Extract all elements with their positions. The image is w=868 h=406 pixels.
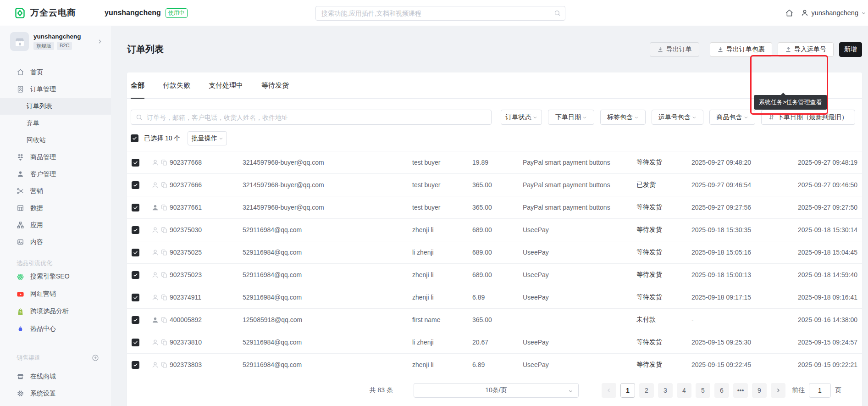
tab-payment-processing[interactable]: 支付处理中 bbox=[209, 72, 243, 98]
tab-payment-failed[interactable]: 付款失败 bbox=[163, 72, 190, 98]
table-row[interactable]: 902375023 529116984@qq.com zhenji li 689… bbox=[127, 264, 862, 286]
page-button-5[interactable]: 5 bbox=[696, 383, 710, 398]
table-row[interactable]: 400005892 125085918@qq.com first name 36… bbox=[127, 309, 862, 331]
order-number[interactable]: 902373803 bbox=[170, 361, 243, 368]
customer-email: 529116984@qq.com bbox=[243, 361, 412, 368]
sidebar-item-system-settings[interactable]: 系统设置 bbox=[0, 385, 111, 402]
goto-page-input[interactable] bbox=[809, 383, 831, 398]
sidebar-item-order-list[interactable]: 订单列表 bbox=[0, 98, 111, 115]
order-number[interactable]: 902375025 bbox=[170, 249, 243, 256]
chevron-down-icon bbox=[861, 11, 866, 16]
copy-icon[interactable] bbox=[160, 271, 168, 278]
user-menu[interactable]: yunshangcheng bbox=[801, 9, 866, 17]
order-search-input[interactable] bbox=[131, 110, 492, 125]
select-all-checkbox[interactable] bbox=[131, 134, 138, 142]
copy-icon[interactable] bbox=[160, 361, 168, 368]
export-orders-button[interactable]: 导出订单 bbox=[650, 42, 699, 57]
order-number[interactable]: 902375023 bbox=[170, 271, 243, 278]
sidebar-item-influencer-marketing[interactable]: 网红营销 bbox=[0, 285, 111, 303]
brand[interactable]: 万全云电商 bbox=[0, 7, 105, 19]
add-new-button[interactable]: 新增 bbox=[839, 42, 862, 57]
row-checkbox[interactable] bbox=[132, 271, 139, 279]
check-icon bbox=[133, 160, 138, 165]
sidebar-item-seo[interactable]: 搜索引擎SEO bbox=[0, 268, 111, 285]
sidebar-item-abandoned-orders[interactable]: 弃单 bbox=[0, 115, 111, 132]
row-checkbox[interactable] bbox=[132, 339, 139, 346]
copy-icon[interactable] bbox=[160, 316, 168, 323]
sidebar-item-data[interactable]: 数据 bbox=[0, 200, 111, 217]
order-number[interactable]: 902377668 bbox=[170, 159, 243, 166]
copy-icon[interactable] bbox=[160, 226, 168, 234]
sort-button[interactable]: 下单日期（最新到最旧） bbox=[761, 110, 855, 125]
filter-product[interactable]: 商品包含 bbox=[709, 110, 755, 125]
sidebar-item-order-management[interactable]: 订单管理 bbox=[0, 81, 111, 98]
table-row[interactable]: 902375030 529116984@qq.com zhenji li 689… bbox=[127, 219, 862, 241]
row-checkbox[interactable] bbox=[132, 316, 139, 324]
import-tracking-button[interactable]: 导入运单号 bbox=[778, 42, 834, 57]
sidebar-item-recycle-bin[interactable]: 回收站 bbox=[0, 132, 111, 149]
page-button-2[interactable]: 2 bbox=[639, 383, 654, 398]
row-checkbox[interactable] bbox=[132, 204, 139, 211]
table-row[interactable]: 902375025 529116984@qq.com li zhenji 689… bbox=[127, 241, 862, 264]
top-search-input[interactable] bbox=[315, 6, 565, 21]
row-checkbox[interactable] bbox=[132, 294, 139, 301]
row-checkbox[interactable] bbox=[132, 226, 139, 234]
copy-icon[interactable] bbox=[160, 249, 168, 256]
paid-time: 2025-09-18 15:05:16 bbox=[691, 249, 774, 256]
filter-order-status[interactable]: 订单状态 bbox=[501, 110, 542, 125]
next-page-button[interactable] bbox=[771, 383, 785, 398]
add-channel-icon[interactable] bbox=[92, 354, 99, 362]
bulk-actions-button[interactable]: 批量操作 bbox=[188, 131, 227, 145]
customer-name: test buyer bbox=[412, 204, 472, 211]
copy-icon[interactable] bbox=[160, 159, 168, 166]
row-checkbox[interactable] bbox=[132, 159, 139, 167]
export-packages-button[interactable]: 导出订单包裹 bbox=[710, 42, 772, 57]
page-size-select[interactable]: 10条/页 bbox=[414, 383, 579, 398]
filter-order-date[interactable]: 下单日期 bbox=[548, 110, 594, 125]
row-checkbox[interactable] bbox=[132, 181, 139, 189]
table-row[interactable]: 902377666 3214597968-buyer@qq.com test b… bbox=[127, 174, 862, 196]
sidebar-item-content[interactable]: 内容 bbox=[0, 234, 111, 250]
customer-name: li zhenji bbox=[412, 339, 472, 346]
chevron-down-icon bbox=[568, 389, 573, 394]
order-number[interactable]: 902375030 bbox=[170, 226, 243, 234]
order-number[interactable]: 902373810 bbox=[170, 339, 243, 346]
sidebar-item-customer-management[interactable]: 客户管理 bbox=[0, 166, 111, 183]
copy-icon[interactable] bbox=[160, 339, 168, 346]
page-button-6[interactable]: 6 bbox=[714, 383, 729, 398]
page-button-9[interactable]: 9 bbox=[752, 383, 767, 398]
order-number[interactable]: 902377661 bbox=[170, 204, 243, 211]
chevron-right-icon[interactable] bbox=[97, 39, 103, 44]
table-row[interactable]: 902377668 3214597968-buyer@qq.com test b… bbox=[127, 151, 862, 174]
sidebar-item-home[interactable]: 首页 bbox=[0, 64, 111, 81]
sidebar-item-product-management[interactable]: 商品管理 bbox=[0, 149, 111, 166]
home-icon[interactable] bbox=[785, 9, 794, 17]
page-button-4[interactable]: 4 bbox=[677, 383, 691, 398]
table-row[interactable]: 902373803 529116984@qq.com zhenji li 6.8… bbox=[127, 354, 862, 376]
table-row[interactable]: 902374911 529116984@qq.com zhenji li 6.8… bbox=[127, 286, 862, 309]
filter-tracking-number[interactable]: 运单号包含 bbox=[652, 110, 703, 125]
row-checkbox[interactable] bbox=[132, 361, 139, 369]
sidebar-item-hot-products[interactable]: 热品中心 bbox=[0, 320, 111, 338]
sidebar-store-card[interactable]: yunshangcheng 旗舰版 B2C bbox=[0, 26, 111, 56]
prev-page-button[interactable] bbox=[602, 383, 616, 398]
sidebar-item-crossborder-analysis[interactable]: S 跨境选品分析 bbox=[0, 303, 111, 320]
tab-awaiting-shipment[interactable]: 等待发货 bbox=[261, 72, 289, 98]
page-button-1[interactable]: 1 bbox=[620, 383, 635, 398]
row-checkbox[interactable] bbox=[132, 249, 139, 256]
copy-icon[interactable] bbox=[160, 294, 168, 301]
order-number[interactable]: 400005892 bbox=[170, 316, 243, 323]
page-button-3[interactable]: 3 bbox=[658, 383, 673, 398]
sidebar-item-apps[interactable]: 应用 bbox=[0, 217, 111, 234]
sidebar-item-online-store[interactable]: 在线商城 bbox=[0, 368, 111, 385]
tab-all[interactable]: 全部 bbox=[131, 72, 144, 98]
table-row[interactable]: 902377661 3214597968-buyer@qq.com test b… bbox=[127, 196, 862, 219]
copy-icon[interactable] bbox=[160, 181, 168, 189]
copy-icon[interactable] bbox=[160, 204, 168, 211]
filter-tags[interactable]: 标签包含 bbox=[600, 110, 646, 125]
table-row[interactable]: 902373810 529116984@qq.com li zhenji 20.… bbox=[127, 331, 862, 354]
sidebar-item-marketing[interactable]: 营销 bbox=[0, 183, 111, 200]
order-number[interactable]: 902374911 bbox=[170, 294, 243, 301]
page-ellipsis[interactable]: ••• bbox=[733, 383, 748, 398]
order-number[interactable]: 902377666 bbox=[170, 181, 243, 189]
